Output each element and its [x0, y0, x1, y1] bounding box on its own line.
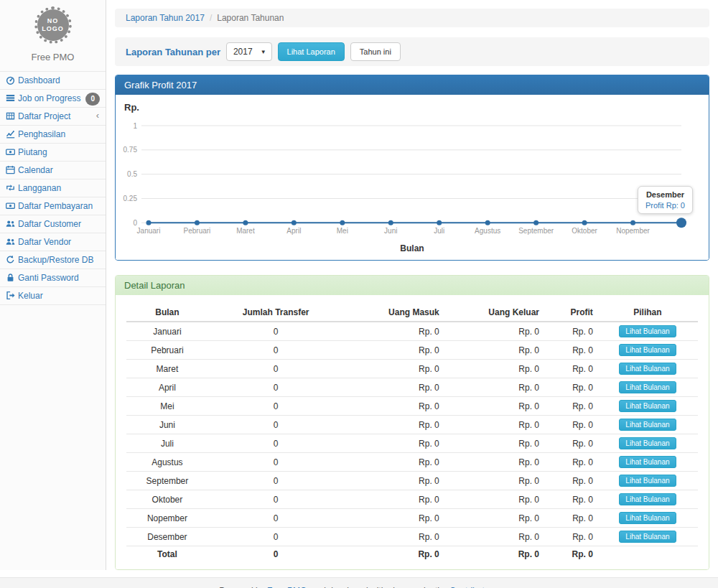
sidebar-item-label: Penghasilan: [18, 129, 65, 139]
cell-profit: Rp. 0: [544, 322, 597, 341]
cell-uang-keluar: Rp. 0: [444, 453, 544, 472]
sidebar-item-daftar-vendor[interactable]: Daftar Vendor: [0, 233, 106, 251]
sidebar-item-ganti-password[interactable]: Ganti Password: [0, 269, 106, 287]
sidebar-item-daftar-pembayaran[interactable]: Daftar Pembayaran: [0, 197, 106, 215]
sidebar-item-dashboard[interactable]: Dashboard: [0, 72, 106, 90]
tahun-ini-button[interactable]: Tahun ini: [350, 42, 401, 61]
cell-uang-keluar: Rp. 0: [444, 397, 544, 416]
users-icon: [6, 237, 18, 247]
sidebar-item-label: Daftar Vendor: [18, 237, 71, 247]
cell-uang-keluar: Rp. 0: [444, 472, 544, 490]
profit-chart-panel: Grafik Profit 2017 Rp. 10.750.50.250Janu…: [115, 75, 709, 261]
breadcrumb-separator: /: [210, 13, 212, 23]
svg-text:1: 1: [133, 122, 137, 130]
money-icon: [6, 201, 18, 211]
cell-uang-keluar: Rp. 0: [444, 434, 544, 453]
sidebar-item-label: Daftar Project: [18, 111, 70, 121]
line-chart-icon: [6, 129, 18, 139]
lock-icon: [6, 273, 18, 283]
lihat-bulanan-button[interactable]: Lihat Bulanan: [619, 512, 676, 524]
cell-profit: Rp. 0: [544, 490, 597, 509]
sidebar-item-penghasilan[interactable]: Penghasilan: [0, 126, 106, 144]
sidebar-item-calendar[interactable]: Calendar: [0, 162, 106, 179]
lihat-bulanan-button[interactable]: Lihat Bulanan: [619, 400, 676, 412]
cell-uang-masuk: Rp. 0: [343, 509, 443, 528]
breadcrumb: Laporan Tahun 2017/Laporan Tahunan: [115, 9, 709, 27]
detail-panel-title: Detail Laporan: [116, 276, 709, 295]
cell-bulan: Nopember: [126, 509, 208, 528]
table-row: Desember0Rp. 0Rp. 0Rp. 0Lihat Bulanan: [126, 528, 698, 546]
lihat-bulanan-button[interactable]: Lihat Bulanan: [619, 493, 676, 505]
cell-uang-masuk: Rp. 0: [343, 360, 443, 378]
sidebar-item-job-on-progress[interactable]: Job on Progress0: [0, 90, 106, 108]
lihat-bulanan-button[interactable]: Lihat Bulanan: [619, 419, 676, 431]
cell-bulan: Mei: [126, 397, 208, 416]
breadcrumb-link[interactable]: Laporan Tahun 2017: [126, 13, 205, 23]
sidebar-item-backup-restore-db[interactable]: Backup/Restore DB: [0, 251, 106, 269]
cell-uang-masuk: Rp. 0: [343, 397, 443, 416]
cell-bulan: Maret: [126, 360, 208, 378]
sidebar-item-daftar-customer[interactable]: Daftar Customer: [0, 215, 106, 233]
cell-bulan: September: [126, 472, 208, 490]
cell-total-keluar: Rp. 0: [444, 546, 544, 563]
cell-bulan: April: [126, 378, 208, 397]
sidebar-item-label: Daftar Customer: [18, 219, 81, 229]
sidebar-item-label: Ganti Password: [18, 273, 79, 283]
cell-jumlah-transfer: 0: [208, 341, 344, 360]
sidebar-item-label: Daftar Pembayaran: [18, 201, 93, 211]
cell-uang-keluar: Rp. 0: [444, 322, 544, 341]
sidebar-item-label: Langganan: [18, 183, 61, 193]
cell-uang-keluar: Rp. 0: [444, 341, 544, 360]
cell-profit: Rp. 0: [544, 472, 597, 490]
lihat-bulanan-button[interactable]: Lihat Bulanan: [619, 381, 676, 393]
table-row: Pebruari0Rp. 0Rp. 0Rp. 0Lihat Bulanan: [126, 341, 698, 360]
table-row: September0Rp. 0Rp. 0Rp. 0Lihat Bulanan: [126, 472, 698, 490]
chevron-left-icon: ‹: [96, 111, 99, 121]
lihat-bulanan-button[interactable]: Lihat Bulanan: [619, 437, 676, 449]
cell-uang-masuk: Rp. 0: [343, 341, 443, 360]
svg-text:Oktober: Oktober: [572, 227, 597, 235]
svg-text:April: April: [286, 227, 301, 235]
cell-uang-keluar: Rp. 0: [444, 509, 544, 528]
cell-uang-keluar: Rp. 0: [444, 528, 544, 546]
detail-laporan-panel: Detail Laporan Bulan Jumlah Transfer Uan…: [115, 275, 709, 570]
lihat-bulanan-button[interactable]: Lihat Bulanan: [619, 456, 676, 468]
lihat-bulanan-button[interactable]: Lihat Bulanan: [619, 475, 676, 487]
breadcrumb-current: Laporan Tahunan: [217, 13, 284, 23]
report-table: Bulan Jumlah Transfer Uang Masuk Uang Ke…: [126, 304, 698, 562]
lihat-bulanan-button[interactable]: Lihat Bulanan: [619, 363, 676, 375]
sidebar-item-daftar-project[interactable]: Daftar Project‹: [0, 108, 106, 126]
lihat-bulanan-button[interactable]: Lihat Bulanan: [619, 344, 676, 356]
lihat-bulanan-button[interactable]: Lihat Bulanan: [619, 531, 676, 543]
lihat-laporan-button[interactable]: Lihat Laporan: [278, 42, 345, 61]
sidebar-item-label: Calendar: [18, 165, 53, 175]
sidebar-item-keluar[interactable]: Keluar: [0, 287, 106, 305]
tooltip-title: Desember: [645, 190, 685, 199]
filter-label: Laporan Tahunan per: [126, 47, 220, 57]
sidebar-item-piutang[interactable]: Piutang: [0, 144, 106, 162]
sidebar-item-langganan[interactable]: Langganan: [0, 179, 106, 197]
cell-bulan: Juli: [126, 434, 208, 453]
chart-panel-title: Grafik Profit 2017: [116, 75, 709, 95]
filter-bar: Laporan Tahunan per 2017 ▼ Lihat Laporan…: [115, 37, 709, 66]
cell-profit: Rp. 0: [544, 416, 597, 434]
calendar-icon: [6, 165, 18, 175]
no-logo-image: NO LOGO: [34, 6, 72, 44]
cell-uang-masuk: Rp. 0: [343, 453, 443, 472]
chart-area: Rp. 10.750.50.250JanuariPebruariMaretApr…: [116, 95, 709, 260]
cell-bulan: Desember: [126, 528, 208, 546]
svg-text:Mei: Mei: [337, 227, 348, 235]
lihat-bulanan-button[interactable]: Lihat Bulanan: [619, 325, 676, 337]
app-name: Free PMO: [0, 52, 106, 62]
table-row: Oktober0Rp. 0Rp. 0Rp. 0Lihat Bulanan: [126, 490, 698, 509]
table-row: Mei0Rp. 0Rp. 0Rp. 0Lihat Bulanan: [126, 397, 698, 416]
svg-text:September: September: [518, 227, 554, 235]
cell-bulan: Agustus: [126, 453, 208, 472]
table-row: Juni0Rp. 0Rp. 0Rp. 0Lihat Bulanan: [126, 416, 698, 434]
sidebar-item-label: Job on Progress: [18, 93, 80, 103]
sidebar-item-label: Backup/Restore DB: [18, 255, 93, 265]
refresh-icon: [6, 255, 18, 265]
year-select[interactable]: 2017 ▼: [226, 42, 272, 61]
chart-y-axis-label: Rp.: [124, 102, 139, 113]
year-select-value: 2017: [233, 47, 253, 57]
